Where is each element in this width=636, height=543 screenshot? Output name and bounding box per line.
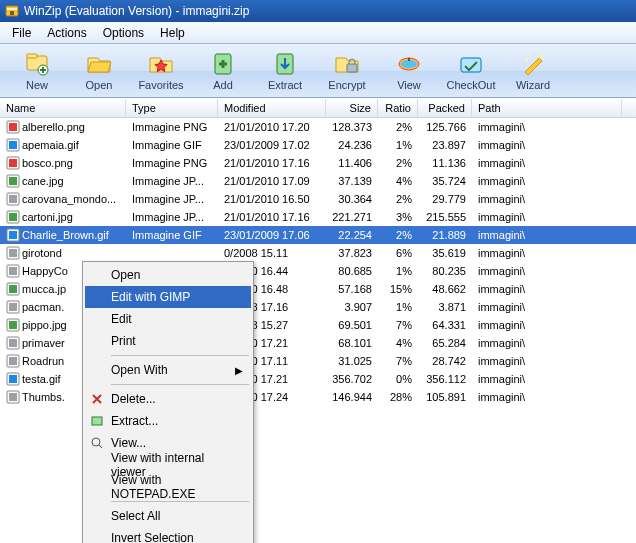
cell-path: immagini\ [472,192,622,206]
svg-rect-40 [9,339,17,347]
menu-item-label: Extract... [111,414,158,428]
table-row[interactable]: apemaia.gifImmagine GIF23/01/2009 17.022… [0,136,636,154]
context-menu: OpenEdit with GIMPEditPrintOpen With▶Del… [82,261,254,543]
cell-type: Immagine JP... [126,210,218,224]
menu-file[interactable]: File [4,24,39,42]
svg-rect-26 [9,213,17,221]
menu-item-select-all[interactable]: Select All [85,505,251,527]
header-modified[interactable]: Modified [218,99,326,117]
toolbar-label: Favorites [138,79,183,91]
cell-size: 80.685 [326,264,378,278]
table-row[interactable]: carovana_mondo...Immagine JP...21/01/201… [0,190,636,208]
cell-modified: 0/2008 15.11 [218,246,326,260]
cell-path: immagini\ [472,138,622,152]
svg-rect-32 [9,267,17,275]
table-row[interactable]: cane.jpgImmagine JP...21/01/2010 17.0937… [0,172,636,190]
cell-packed: 23.897 [418,138,472,152]
cell-packed: 125.766 [418,120,472,134]
cell-path: immagini\ [472,174,622,188]
header-size[interactable]: Size [326,99,378,117]
toolbar-wizard[interactable]: Wizard [502,46,564,96]
file-icon [6,192,20,206]
header-packed[interactable]: Packed [418,99,472,117]
view-icon [395,50,423,78]
toolbar-new[interactable]: New [6,46,68,96]
menu-item-extract[interactable]: Extract... [85,410,251,432]
cell-path: immagini\ [472,282,622,296]
svg-rect-12 [461,58,481,72]
toolbar-add[interactable]: Add [192,46,254,96]
table-row[interactable]: cartoni.jpgImmagine JP...21/01/2010 17.1… [0,208,636,226]
cell-type: Immagine GIF [126,228,218,242]
add-icon [209,50,237,78]
menu-item-print[interactable]: Print [85,330,251,352]
table-row[interactable]: Charlie_Brown.gifImmagine GIF23/01/2009 … [0,226,636,244]
table-row[interactable]: bosco.pngImmagine PNG21/01/2010 17.1611.… [0,154,636,172]
file-icon [6,210,20,224]
cell-packed: 80.235 [418,264,472,278]
cell-size: 57.168 [326,282,378,296]
menu-separator [111,384,249,385]
file-icon [6,300,20,314]
cell-name: apemaia.gif [0,137,126,153]
cell-type [126,252,218,254]
table-row[interactable]: alberello.pngImmagine PNG21/01/2010 17.2… [0,118,636,136]
menu-item-label: View... [111,436,146,450]
view-icon [89,435,105,451]
cell-path: immagini\ [472,390,622,404]
cell-packed: 215.555 [418,210,472,224]
menu-item-delete[interactable]: Delete... [85,388,251,410]
toolbar-open[interactable]: Open [68,46,130,96]
menu-item-open-with[interactable]: Open With▶ [85,359,251,381]
cell-name: alberello.png [0,119,126,135]
menu-item-view-with-notepad-exe[interactable]: View with NOTEPAD.EXE [85,476,251,498]
file-icon [6,372,20,386]
cell-name: cartoni.jpg [0,209,126,225]
cell-type: Immagine JP... [126,174,218,188]
cell-size: 31.025 [326,354,378,368]
toolbar-label: New [26,79,48,91]
svg-rect-42 [9,357,17,365]
header-name[interactable]: Name [0,99,126,117]
cell-packed: 48.662 [418,282,472,296]
cell-size: 68.101 [326,336,378,350]
header-type[interactable]: Type [126,99,218,117]
cell-ratio: 0% [378,372,418,386]
file-icon [6,336,20,350]
cell-name: Charlie_Brown.gif [0,227,126,243]
menu-item-label: Edit with GIMP [111,290,190,304]
menu-actions[interactable]: Actions [39,24,94,42]
menu-separator [111,501,249,502]
menu-item-open[interactable]: Open [85,264,251,286]
toolbar-encrypt[interactable]: Encrypt [316,46,378,96]
svg-rect-22 [9,177,17,185]
header-ratio[interactable]: Ratio [378,99,418,117]
cell-packed: 356.112 [418,372,472,386]
table-row[interactable]: girotond0/2008 15.1137.8236%35.619immagi… [0,244,636,262]
menu-item-label: Select All [111,509,160,523]
menu-item-edit[interactable]: Edit [85,308,251,330]
svg-rect-20 [9,159,17,167]
file-icon [6,264,20,278]
cell-packed: 3.871 [418,300,472,314]
cell-packed: 21.889 [418,228,472,242]
cell-size: 37.139 [326,174,378,188]
menu-options[interactable]: Options [95,24,152,42]
menu-item-edit-with-gimp[interactable]: Edit with GIMP [85,286,251,308]
menu-item-invert-selection[interactable]: Invert Selection [85,527,251,543]
menu-help[interactable]: Help [152,24,193,42]
cell-path: immagini\ [472,246,622,260]
toolbar-extract[interactable]: Extract [254,46,316,96]
svg-rect-47 [92,417,102,425]
cell-modified: 23/01/2009 17.02 [218,138,326,152]
toolbar-checkout[interactable]: CheckOut [440,46,502,96]
header-path[interactable]: Path [472,99,622,117]
cell-path: immagini\ [472,372,622,386]
cell-ratio: 7% [378,354,418,368]
toolbar-favorites[interactable]: Favorites [130,46,192,96]
cell-path: immagini\ [472,300,622,314]
toolbar-view[interactable]: View [378,46,440,96]
cell-name: bosco.png [0,155,126,171]
cell-ratio: 2% [378,156,418,170]
cell-packed: 35.619 [418,246,472,260]
